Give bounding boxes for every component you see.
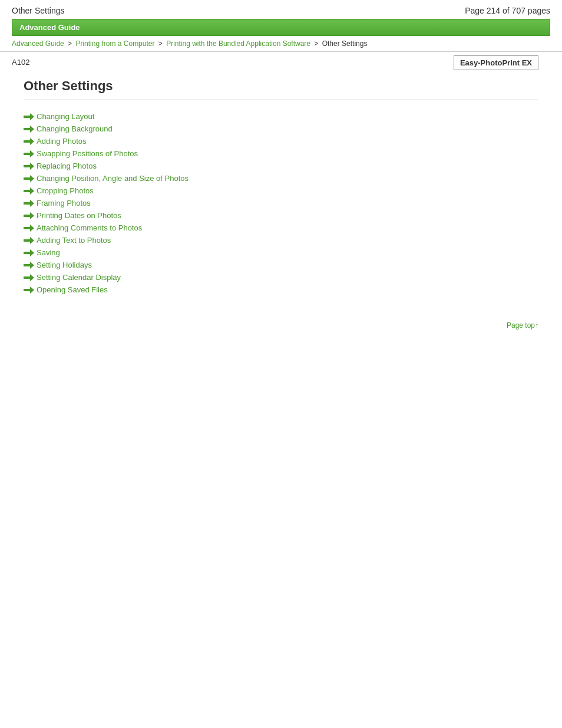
svg-rect-26 <box>24 276 31 279</box>
page-title: Other Settings <box>12 6 65 15</box>
arrow-icon <box>24 249 34 256</box>
list-item: Setting Holidays <box>24 261 538 269</box>
arrow-icon <box>24 200 34 207</box>
svg-marker-17 <box>30 212 34 219</box>
svg-marker-9 <box>30 163 34 170</box>
nav-link-13[interactable]: Setting Calendar Display <box>37 273 121 282</box>
arrow-icon <box>24 126 34 133</box>
list-item: Setting Calendar Display <box>24 273 538 282</box>
list-item: Cropping Photos <box>24 186 538 195</box>
list-item: Attaching Comments to Photos <box>24 223 538 232</box>
list-item: Adding Photos <box>24 137 538 146</box>
breadcrumb-sep-1: > <box>68 39 74 48</box>
svg-marker-19 <box>30 225 34 232</box>
nav-link-0[interactable]: Changing Layout <box>37 112 94 121</box>
arrow-icon <box>24 237 34 244</box>
nav-link-3[interactable]: Swapping Positions of Photos <box>37 149 138 158</box>
arrow-icon <box>24 286 34 294</box>
list-item: Changing Layout <box>24 112 538 121</box>
svg-rect-18 <box>24 227 31 229</box>
list-item: Adding Text to Photos <box>24 236 538 245</box>
arrow-icon <box>24 274 34 281</box>
arrow-icon <box>24 138 34 145</box>
nav-link-12[interactable]: Setting Holidays <box>37 261 92 269</box>
svg-marker-5 <box>30 138 34 145</box>
list-item: Replacing Photos <box>24 162 538 170</box>
top-bar: Other Settings Page 214 of 707 pages <box>0 0 562 19</box>
page-top-link[interactable]: Page top↑ <box>507 321 538 330</box>
arrow-icon <box>24 262 34 269</box>
svg-rect-2 <box>24 128 31 130</box>
svg-rect-4 <box>24 140 31 143</box>
list-item: Printing Dates on Photos <box>24 211 538 220</box>
svg-rect-8 <box>24 165 31 167</box>
svg-marker-15 <box>30 200 34 207</box>
svg-marker-11 <box>30 175 34 182</box>
list-item: Swapping Positions of Photos <box>24 149 538 158</box>
svg-marker-23 <box>30 249 34 256</box>
nav-link-8[interactable]: Printing Dates on Photos <box>37 211 121 220</box>
breadcrumb-sep-2: > <box>158 39 164 48</box>
breadcrumb-sep-3: > <box>314 39 320 48</box>
svg-marker-25 <box>30 262 34 269</box>
breadcrumb-link-printing[interactable]: Printing from a Computer <box>75 39 154 48</box>
page-info: Page 214 of 707 pages <box>465 6 550 15</box>
nav-link-1[interactable]: Changing Background <box>37 124 113 133</box>
breadcrumb-link-bundled[interactable]: Printing with the Bundled Application So… <box>166 39 310 48</box>
svg-rect-24 <box>24 264 31 266</box>
breadcrumb: Advanced Guide > Printing from a Compute… <box>0 36 562 52</box>
nav-link-14[interactable]: Opening Saved Files <box>37 285 108 294</box>
svg-marker-27 <box>30 274 34 281</box>
nav-link-2[interactable]: Adding Photos <box>37 137 87 146</box>
arrow-icon <box>24 150 34 157</box>
arrow-icon <box>24 163 34 170</box>
svg-rect-10 <box>24 177 31 180</box>
arrow-icon <box>24 187 34 195</box>
page-top-section: Page top↑ <box>0 309 562 335</box>
svg-rect-16 <box>24 215 31 217</box>
list-item: Changing Background <box>24 124 538 133</box>
svg-rect-14 <box>24 202 31 205</box>
main-heading: Other Settings <box>24 78 538 100</box>
nav-link-7[interactable]: Framing Photos <box>37 199 91 207</box>
svg-marker-29 <box>30 286 34 294</box>
svg-marker-21 <box>30 237 34 244</box>
advanced-guide-banner: Advanced Guide <box>12 19 550 36</box>
breadcrumb-current: Other Settings <box>322 39 368 48</box>
arrow-icon <box>24 225 34 232</box>
svg-marker-1 <box>30 113 34 120</box>
list-item: Saving <box>24 248 538 257</box>
product-badge: Easy-PhotoPrint EX <box>454 55 538 70</box>
svg-rect-12 <box>24 190 31 192</box>
list-item: Framing Photos <box>24 199 538 207</box>
banner-text: Advanced Guide <box>19 23 80 32</box>
nav-link-5[interactable]: Changing Position, Angle and Size of Pho… <box>37 174 189 183</box>
nav-link-4[interactable]: Replacing Photos <box>37 162 97 170</box>
content-area: Other Settings Changing Layout Changing … <box>0 73 562 309</box>
arrow-icon <box>24 113 34 120</box>
list-item: Opening Saved Files <box>24 285 538 294</box>
arrow-icon <box>24 175 34 182</box>
nav-link-9[interactable]: Attaching Comments to Photos <box>37 223 142 232</box>
nav-link-6[interactable]: Cropping Photos <box>37 186 94 195</box>
svg-marker-3 <box>30 126 34 133</box>
svg-rect-28 <box>24 289 31 291</box>
svg-rect-0 <box>24 116 31 118</box>
nav-link-11[interactable]: Saving <box>37 248 60 257</box>
links-list: Changing Layout Changing Background Addi… <box>24 112 538 294</box>
page-code: A102 <box>12 58 29 67</box>
list-item: Changing Position, Angle and Size of Pho… <box>24 174 538 183</box>
svg-rect-22 <box>24 252 31 254</box>
arrow-icon <box>24 212 34 219</box>
svg-marker-13 <box>30 187 34 195</box>
svg-marker-7 <box>30 150 34 157</box>
svg-rect-20 <box>24 239 31 242</box>
nav-link-10[interactable]: Adding Text to Photos <box>37 236 111 245</box>
breadcrumb-link-advanced-guide[interactable]: Advanced Guide <box>12 39 64 48</box>
svg-rect-6 <box>24 153 31 155</box>
